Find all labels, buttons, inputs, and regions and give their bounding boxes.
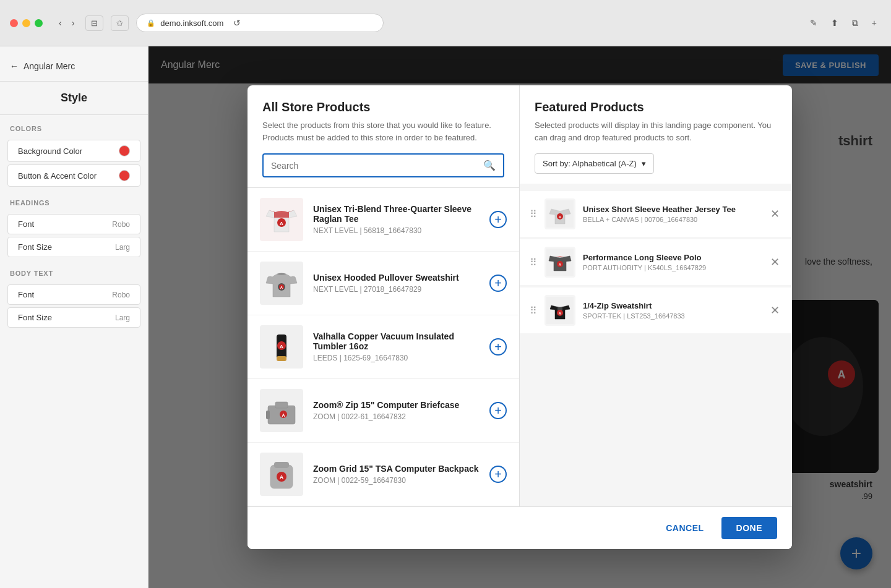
product-thumbnail: A [260, 325, 303, 369]
product-name: Zoom® Zip 15" Computer Briefcase [313, 400, 480, 410]
traffic-lights [10, 19, 43, 27]
add-product-button[interactable]: + [489, 275, 507, 292]
back-arrow-icon: ← [10, 61, 19, 71]
product-name: Unisex Hooded Pullover Sweatshirt [313, 273, 480, 283]
product-item[interactable]: A Zoom® Zip 15" Computer Briefcase ZOOM … [248, 379, 519, 443]
search-box[interactable]: 🔍 [262, 153, 504, 177]
add-product-button[interactable]: + [489, 402, 507, 419]
svg-rect-18 [275, 402, 288, 408]
product-item[interactable]: A Unisex Tri-Blend Three-Quarter Sleeve … [248, 188, 519, 252]
edit-tool-button[interactable]: ✎ [806, 15, 822, 31]
svg-text:A: A [559, 312, 562, 315]
featured-info: Performance Long Sleeve Polo PORT AUTHOR… [583, 253, 760, 271]
sidebar: ← Angular Merc Style COLORS Background C… [0, 46, 148, 588]
product-name: Unisex Tri-Blend Three-Quarter Sleeve Ra… [313, 204, 480, 224]
product-item[interactable]: A Valhalla Copper Vacuum Insulated Tumbl… [248, 315, 519, 379]
share-tool-button[interactable]: ⬆ [827, 15, 843, 31]
sort-label: Sort by: Alphabetical (A-Z) [543, 159, 637, 168]
done-button[interactable]: DONE [721, 517, 777, 539]
sidebar-back-button[interactable]: ← Angular Merc [0, 56, 148, 82]
forward-nav-button[interactable]: › [68, 15, 79, 30]
tab-star-button[interactable]: ✩ [111, 15, 129, 31]
body-font-size-value: Larg [115, 313, 130, 322]
product-info: Valhalla Copper Vacuum Insulated Tumbler… [313, 331, 480, 362]
product-name: Valhalla Copper Vacuum Insulated Tumbler… [313, 331, 480, 351]
add-product-button[interactable]: + [489, 466, 507, 483]
product-thumbnail: A [260, 389, 303, 432]
body-font-label: Font [18, 290, 34, 299]
featured-item: ⠿ A Unisex [520, 191, 792, 237]
minimize-traffic-light[interactable] [22, 19, 30, 27]
reload-button[interactable]: ↺ [233, 18, 241, 28]
featured-info: Unisex Short Sleeve Heather Jersey Tee B… [583, 205, 760, 223]
maximize-traffic-light[interactable] [35, 19, 43, 27]
heading-font-value: Robo [112, 220, 130, 229]
cancel-button[interactable]: CANCEL [656, 517, 713, 539]
featured-thumbnail: A [544, 198, 575, 229]
body-font-row[interactable]: Font Robo [7, 284, 140, 305]
all-products-desc: Select the products from this store that… [262, 119, 504, 143]
svg-text:A: A [559, 215, 562, 219]
left-panel-header: All Store Products Select the products f… [248, 85, 519, 187]
product-item[interactable]: A Zoom Grid 15" TSA Computer Backpack ZO… [248, 443, 519, 506]
remove-featured-button[interactable]: ✕ [768, 254, 782, 270]
product-sku: NEXT LEVEL | 27018_16647829 [313, 285, 480, 294]
heading-font-size-row[interactable]: Font Size Larg [7, 237, 140, 257]
tab-reader-button[interactable]: ⊟ [85, 15, 103, 31]
product-info: Unisex Tri-Blend Three-Quarter Sleeve Ra… [313, 204, 480, 235]
product-thumbnail: A [260, 262, 303, 305]
body-font-size-row[interactable]: Font Size Larg [7, 307, 140, 328]
drag-handle-icon[interactable]: ⠿ [530, 257, 537, 268]
svg-text:A: A [280, 221, 283, 226]
heading-font-label: Font [18, 219, 34, 229]
product-thumbnail: A [260, 198, 303, 241]
heading-font-row[interactable]: Font Robo [7, 214, 140, 234]
headings-section-label: HEADINGS [0, 189, 148, 211]
button-accent-row[interactable]: Button & Accent Color [7, 164, 140, 187]
featured-thumbnail: A [544, 295, 575, 326]
button-accent-dot [119, 170, 130, 181]
background-color-row[interactable]: Background Color [7, 140, 140, 162]
featured-list: ⠿ A Unisex [520, 184, 792, 506]
search-input[interactable] [271, 161, 478, 171]
background-color-dot [119, 145, 130, 156]
sort-dropdown[interactable]: Sort by: Alphabetical (A-Z) ▾ [535, 153, 654, 174]
close-traffic-light[interactable] [10, 19, 18, 27]
new-tab-button[interactable]: + [867, 15, 881, 31]
drag-handle-icon[interactable]: ⠿ [530, 305, 537, 317]
product-sku: LEEDS | 1625-69_16647830 [313, 354, 480, 362]
product-sku: NEXT LEVEL | 56818_16647830 [313, 226, 480, 235]
body-font-value: Robo [112, 291, 130, 299]
product-modal: All Store Products Select the products f… [248, 85, 792, 549]
featured-product-name: Performance Long Sleeve Polo [583, 253, 760, 262]
featured-info: 1/4-Zip Sweatshirt SPORT-TEK | LST253_16… [583, 301, 760, 320]
product-sku: ZOOM | 0022-59_16647830 [313, 476, 480, 485]
remove-featured-button[interactable]: ✕ [768, 302, 782, 318]
nav-arrows: ‹ › [55, 15, 78, 30]
app-name-partial: Angular Merc [24, 61, 75, 71]
featured-product-sku: BELLA + CANVAS | 00706_16647830 [583, 216, 760, 223]
heading-font-size-value: Larg [115, 243, 130, 252]
product-info: Zoom Grid 15" TSA Computer Backpack ZOOM… [313, 464, 480, 485]
featured-product-sku: PORT AUTHORITY | K540LS_16647829 [583, 264, 760, 271]
button-accent-label: Button & Accent Color [18, 171, 97, 181]
svg-text:A: A [280, 286, 283, 289]
featured-products-desc: Selected products will display in this l… [535, 119, 777, 143]
all-products-panel: All Store Products Select the products f… [248, 85, 520, 506]
more-tool-button[interactable]: ⧉ [848, 15, 863, 31]
svg-rect-13 [277, 356, 286, 361]
featured-thumbnail: A [544, 247, 575, 278]
remove-featured-button[interactable]: ✕ [768, 206, 782, 222]
product-thumbnail: A [260, 453, 303, 496]
add-product-button[interactable]: + [489, 211, 507, 228]
back-nav-button[interactable]: ‹ [55, 15, 66, 30]
product-list: A Unisex Tri-Blend Three-Quarter Sleeve … [248, 187, 519, 506]
featured-item: ⠿ A [520, 239, 792, 285]
add-product-button[interactable]: + [489, 338, 507, 356]
product-item[interactable]: A Unisex Hooded Pullover Sweatshirt NEXT… [248, 252, 519, 315]
search-icon: 🔍 [483, 160, 496, 171]
featured-item: ⠿ A [520, 288, 792, 333]
product-info: Zoom® Zip 15" Computer Briefcase ZOOM | … [313, 400, 480, 421]
app-container: ← Angular Merc Style COLORS Background C… [0, 46, 891, 588]
drag-handle-icon[interactable]: ⠿ [530, 208, 537, 220]
